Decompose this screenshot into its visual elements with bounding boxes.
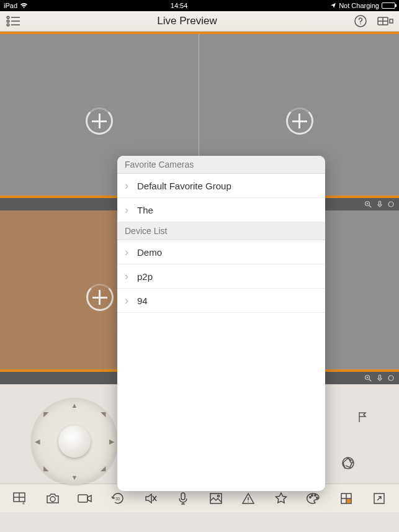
zoom-mini-icon [364, 201, 372, 208]
ptz-button[interactable] [336, 488, 357, 509]
record-mini-icon [388, 375, 394, 381]
arrow-left-icon: ◀ [35, 438, 40, 446]
zoom-mini-icon [364, 374, 372, 382]
snapshot-button[interactable] [42, 488, 63, 509]
arrow-sw-icon: ◣ [43, 464, 48, 472]
svg-point-7 [360, 24, 361, 25]
arrow-down-icon: ▼ [71, 474, 78, 481]
row-label: The [137, 205, 153, 215]
svg-rect-54 [347, 499, 351, 503]
row-label: 94 [137, 295, 148, 306]
chevron-right-icon: › [125, 295, 128, 306]
wifi-icon [20, 2, 28, 9]
arrow-right-icon: ▶ [109, 438, 114, 446]
svg-text:4: 4 [22, 501, 25, 505]
arrow-ne-icon: ◥ [101, 410, 105, 418]
favorite-group-row[interactable]: › Default Favorite Group [117, 174, 325, 198]
battery-icon [382, 2, 395, 9]
joystick-thumb[interactable] [58, 425, 91, 458]
svg-point-1 [7, 20, 9, 22]
svg-line-13 [369, 205, 371, 207]
arrow-nw-icon: ◤ [43, 410, 48, 418]
preset-flag-button[interactable] [356, 410, 369, 424]
page-title: Live Preview [157, 15, 217, 27]
fullscreen-button[interactable] [369, 488, 390, 509]
output-mode-icon[interactable] [377, 12, 394, 30]
iris-button[interactable] [340, 455, 356, 471]
help-icon[interactable] [352, 12, 369, 30]
svg-rect-43 [210, 494, 222, 503]
chevron-right-icon: › [125, 204, 128, 215]
favorite-group-row[interactable]: › The [117, 198, 325, 222]
camera-grid: Favorite Cameras › Default Favorite Grou… [0, 34, 399, 384]
svg-rect-11 [390, 19, 393, 23]
app-header: Live Preview [0, 11, 399, 32]
row-label: Demo [137, 247, 162, 258]
device-row[interactable]: › 94 [117, 289, 325, 313]
arrow-up-icon: ▲ [71, 402, 78, 409]
charging-label: Not Charging [339, 2, 379, 9]
svg-rect-23 [379, 375, 381, 379]
svg-point-25 [388, 376, 393, 381]
record-button[interactable] [74, 488, 96, 509]
device-label: iPad [4, 2, 17, 9]
menu-list-icon[interactable] [5, 12, 22, 30]
svg-point-46 [248, 501, 249, 502]
device-row[interactable]: › p2p [117, 264, 325, 289]
svg-point-50 [316, 497, 318, 498]
device-row[interactable]: › Demo [117, 240, 325, 264]
clock: 14:54 [171, 2, 188, 9]
ptz-joystick[interactable]: ▲ ▼ ▶ ◀ ◥ ◤ ◢ ◣ [31, 398, 118, 485]
svg-point-49 [315, 494, 316, 495]
device-popover: Favorite Cameras › Default Favorite Grou… [117, 156, 325, 491]
svg-point-44 [217, 495, 219, 497]
svg-point-18 [388, 202, 393, 207]
popover-section-devices: Device List [117, 222, 325, 240]
chevron-right-icon: › [125, 246, 128, 258]
chevron-right-icon: › [125, 180, 128, 191]
svg-rect-16 [379, 201, 381, 205]
arrow-se-icon: ◢ [101, 464, 105, 472]
svg-point-2 [7, 24, 9, 26]
popover-arrow [117, 322, 118, 335]
svg-line-20 [369, 379, 371, 381]
record-mini-icon [388, 201, 394, 207]
svg-point-35 [50, 497, 55, 502]
svg-point-48 [312, 494, 313, 495]
mic-mini-icon [377, 374, 383, 382]
svg-text:30: 30 [115, 497, 120, 501]
svg-rect-36 [78, 495, 87, 502]
layout-button[interactable]: 4 [9, 488, 30, 509]
status-bar: iPad 14:54 Not Charging [0, 0, 399, 11]
add-camera-icon[interactable] [86, 284, 114, 311]
svg-point-0 [7, 16, 9, 19]
svg-point-47 [310, 496, 311, 497]
add-camera-icon[interactable] [286, 107, 313, 135]
mic-mini-icon [377, 201, 383, 208]
location-icon [330, 2, 336, 9]
chevron-right-icon: › [125, 271, 128, 282]
popover-section-favorites: Favorite Cameras [117, 156, 325, 174]
row-label: Default Favorite Group [137, 181, 231, 191]
svg-rect-40 [181, 493, 185, 500]
add-camera-icon[interactable] [86, 107, 113, 135]
row-label: p2p [137, 271, 153, 282]
